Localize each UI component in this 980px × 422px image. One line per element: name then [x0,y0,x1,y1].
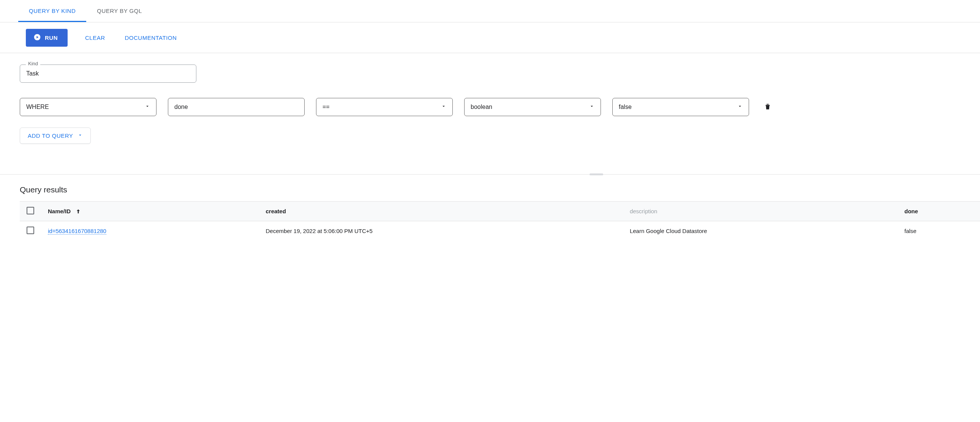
tab-query-by-gql[interactable]: QUERY BY GQL [86,0,153,22]
column-created[interactable]: created [259,201,622,221]
cell-created: December 19, 2022 at 5:06:00 PM UTC+5 [259,221,622,241]
value-select-value: false [619,104,632,110]
clear-button[interactable]: CLEAR [83,34,108,41]
operator-select-value: == [323,104,330,110]
query-builder: Kind WHERE done == boolean false [0,53,980,175]
add-to-query-button[interactable]: ADD TO QUERY [20,127,91,144]
column-done[interactable]: done [897,201,980,221]
row-checkbox[interactable] [27,227,34,234]
delete-filter-button[interactable] [760,100,775,115]
kind-input[interactable] [20,65,196,83]
select-all-checkbox[interactable] [27,207,34,214]
cell-done: false [897,221,980,241]
kind-label: Kind [26,61,40,67]
sort-asc-icon [72,208,81,214]
caret-down-icon [737,104,743,110]
play-circle-icon [33,33,41,42]
value-select[interactable]: false [612,98,749,116]
property-input-value: done [174,104,188,110]
filter-row: WHERE done == boolean false [20,98,980,116]
column-description[interactable]: description [623,201,897,221]
caret-down-icon [145,104,150,110]
documentation-link[interactable]: DOCUMENTATION [123,34,179,41]
trash-icon [764,106,772,112]
type-select[interactable]: boolean [464,98,601,116]
run-button[interactable]: RUN [26,29,68,47]
run-button-label: RUN [45,35,58,41]
resize-handle[interactable] [590,173,603,175]
property-input[interactable]: done [168,98,305,116]
clause-select[interactable]: WHERE [20,98,156,116]
kind-field: Kind [20,65,196,83]
add-to-query-label: ADD TO QUERY [28,132,73,139]
caret-down-icon [589,104,595,110]
caret-down-icon [441,104,446,110]
cell-description: Learn Google Cloud Datastore [623,221,897,241]
results-title: Query results [20,185,980,194]
table-row: id=5634161670881280 December 19, 2022 at… [20,221,980,241]
toolbar: RUN CLEAR DOCUMENTATION [26,22,980,53]
type-select-value: boolean [471,104,492,110]
column-name-id-label: Name/ID [48,208,71,214]
operator-select[interactable]: == [316,98,453,116]
results-panel: Query results Name/ID created descriptio… [0,175,980,241]
caret-down-icon [78,132,83,139]
results-table: Name/ID created description done id=5634… [20,201,980,241]
clause-select-value: WHERE [26,104,49,110]
tab-query-by-kind[interactable]: QUERY BY KIND [18,0,86,22]
column-name-id[interactable]: Name/ID [41,201,259,221]
entity-id-link[interactable]: id=5634161670881280 [48,228,107,235]
query-mode-tabs: QUERY BY KIND QUERY BY GQL [0,0,980,22]
